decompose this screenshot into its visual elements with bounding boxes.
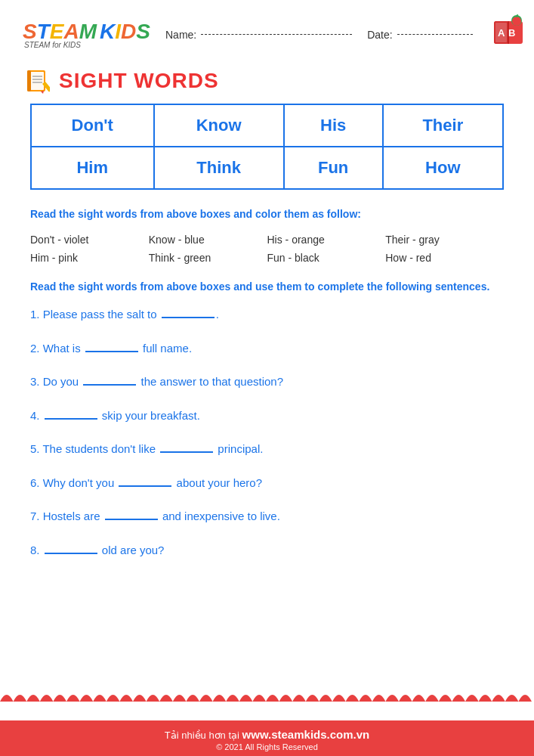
footer-website: www.steamkids.com.vn: [242, 728, 370, 741]
sentence-8: 8. old are you?: [30, 542, 504, 559]
blank-1: [162, 317, 215, 318]
svg-text:A: A: [498, 27, 505, 39]
sentence-1: 1. Please pass the salt to .: [30, 306, 504, 324]
title-section: SIGHT WORDS: [0, 63, 534, 104]
instruction1: Read the sight words from above boxes an…: [0, 203, 534, 225]
blank-2: [85, 351, 138, 352]
date-label: Date:: [367, 29, 392, 41]
sentence-4: 4. skip your breakfast.: [30, 407, 504, 425]
scallop-decoration: [0, 688, 534, 702]
color-word-their: Their - gray: [385, 234, 504, 246]
word-table: Don't Know His Their Him Think Fun How: [30, 104, 504, 190]
color-word-his: His - orange: [267, 234, 386, 246]
word-cell-how: How: [383, 147, 503, 189]
blank-3: [83, 384, 136, 386]
color-word-know: Know - blue: [149, 234, 267, 246]
blank-5: [160, 451, 213, 453]
word-cell-him: Him: [31, 147, 154, 189]
blank-7: [105, 519, 158, 520]
logo-k: K: [100, 20, 115, 44]
book-svg: A B: [488, 14, 529, 55]
sentences-list: 1. Please pass the salt to . 2. What is …: [0, 306, 534, 559]
logo-d: D: [121, 20, 136, 44]
svg-line-8: [517, 15, 517, 17]
page-title: SIGHT WORDS: [59, 69, 219, 93]
header: S T E A M K I D S STEAM for KIDS Name: D…: [0, 0, 534, 63]
table-row: Him Think Fun How: [31, 147, 503, 189]
color-word-dont: Don't - violet: [30, 234, 149, 246]
logo: S T E A M K I D S STEAM for KIDS: [23, 20, 150, 49]
instruction2: Read the sight words from above boxes an…: [0, 274, 534, 299]
sentence-7: 7. Hostels are and inexpensive to live.: [30, 508, 504, 525]
footer-cta: Tải nhiều hơn tại www.steamkids.com.vn: [0, 728, 534, 741]
logo-s2: S: [136, 20, 150, 44]
svg-point-7: [512, 17, 521, 26]
blank-8: [45, 553, 97, 554]
word-cell-his: His: [284, 104, 383, 147]
abc-book-icon: A B: [488, 14, 529, 55]
sentence-3: 3. Do you the answer to that question?: [30, 373, 504, 391]
footer: Tải nhiều hơn tại www.steamkids.com.vn ©…: [0, 720, 534, 756]
logo-m: M: [79, 20, 97, 44]
blank-6: [119, 485, 171, 487]
color-word-think: Think - green: [149, 252, 267, 264]
word-cell-know: Know: [154, 104, 284, 147]
blank-4: [45, 418, 97, 420]
name-date-section: Name: Date:: [165, 29, 473, 41]
name-input-line: [201, 34, 352, 35]
date-line: Date:: [367, 29, 472, 41]
table-row: Don't Know His Their: [31, 104, 503, 147]
color-words-grid: Don't - violet Know - blue His - orange …: [0, 231, 534, 267]
sentence-2: 2. What is full name.: [30, 340, 504, 358]
svg-text:B: B: [508, 27, 515, 39]
color-word-how: How - red: [385, 252, 504, 264]
logo-i: I: [115, 20, 121, 44]
name-label: Name:: [165, 29, 196, 41]
logo-subtitle: STEAM for KIDS: [23, 41, 81, 49]
color-word-fun: Fun - black: [267, 252, 386, 264]
svg-rect-11: [27, 70, 31, 91]
color-word-him: Him - pink: [30, 252, 149, 264]
name-line: Name:: [165, 29, 352, 41]
word-cell-dont: Don't: [31, 104, 154, 147]
footer-copyright: © 2021 All Rights Reserved: [0, 742, 534, 751]
notebook-icon: [23, 67, 50, 94]
sentence-6: 6. Why don't you about your hero?: [30, 475, 504, 492]
sentence-5: 5. The students don't like principal.: [30, 441, 504, 458]
word-cell-think: Think: [154, 147, 284, 189]
date-input-line: [397, 34, 473, 35]
word-cell-fun: Fun: [284, 147, 383, 189]
word-table-container: Don't Know His Their Him Think Fun How: [0, 104, 534, 190]
word-cell-their: Their: [383, 104, 503, 147]
